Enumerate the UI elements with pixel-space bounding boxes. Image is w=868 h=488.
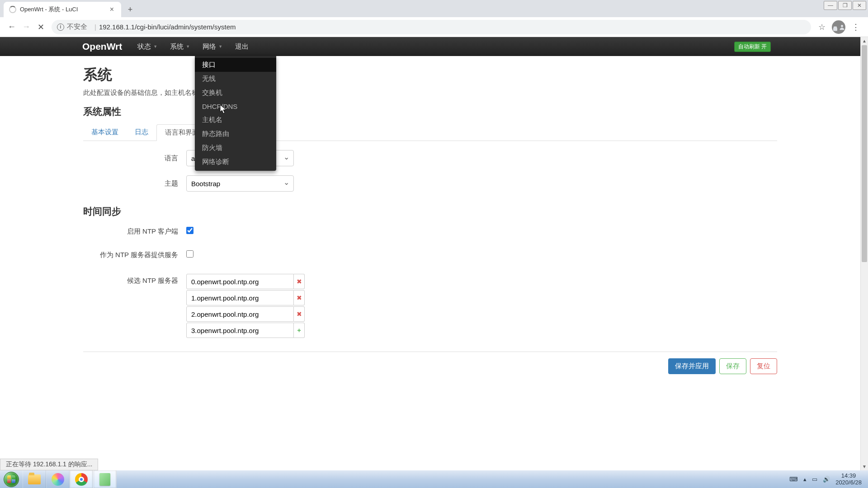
save-apply-button[interactable]: 保存并应用 xyxy=(668,358,716,374)
person-icon xyxy=(839,23,845,31)
taskbar-chrome[interactable] xyxy=(70,470,93,488)
forward-button[interactable]: → xyxy=(19,20,33,34)
label-ntp-server: 作为 NTP 服务器提供服务 xyxy=(83,251,186,259)
page-title: 系统 xyxy=(83,65,777,85)
row-ntp-client: 启用 NTP 客户端 xyxy=(83,227,777,236)
caret-down-icon: ▼ xyxy=(153,44,157,49)
page-viewport: OpenWrt 状态▼ 系统▼ 网络▼ 退出 自动刷新 开 接口 无线 交换机 … xyxy=(0,37,860,470)
volume-icon[interactable]: 🔊 xyxy=(823,476,830,483)
notepad-icon xyxy=(99,473,110,486)
windows-taskbar: ⌨ ▴ ▭ 🔊 14:39 2020/6/28 xyxy=(0,470,868,488)
row-ntp-server: 作为 NTP 服务器提供服务 xyxy=(83,250,777,259)
ntp-server-row: ✖ xyxy=(186,306,305,322)
folder-icon xyxy=(28,474,41,484)
checkbox-ntp-client[interactable] xyxy=(186,227,193,234)
ntp-server-input[interactable] xyxy=(186,290,294,305)
nav-system[interactable]: 系统▼ xyxy=(164,37,196,56)
window-minimize-button[interactable]: — xyxy=(824,1,837,10)
form-actions: 保存并应用 保存 复位 xyxy=(83,352,777,380)
browser-tab[interactable]: OpenWrt - 系统 - LuCI × xyxy=(4,2,121,17)
dropdown-item-hostnames[interactable]: 主机名 xyxy=(195,113,276,127)
dropdown-item-staticroutes[interactable]: 静态路由 xyxy=(195,127,276,141)
remove-ntp-button[interactable]: ✖ xyxy=(294,290,305,305)
nav-logout[interactable]: 退出 xyxy=(229,37,255,56)
label-language: 语言 xyxy=(83,154,186,163)
color-wheel-icon xyxy=(52,473,64,486)
browser-menu-button[interactable]: ⋮ xyxy=(848,22,863,32)
action-center-icon[interactable]: ▭ xyxy=(812,476,817,483)
ime-icon[interactable]: ⌨ xyxy=(789,476,798,483)
dropdown-item-diagnostics[interactable]: 网络诊断 xyxy=(195,155,276,169)
time-text: 14:39 xyxy=(835,473,862,479)
ntp-server-row: ✖ xyxy=(186,274,305,289)
section-timesync: 时间同步 xyxy=(83,205,777,218)
taskbar-app[interactable] xyxy=(46,470,70,488)
taskbar-notepad[interactable] xyxy=(93,470,117,488)
ntp-server-input[interactable] xyxy=(186,323,294,338)
nav-network[interactable]: 网络▼ xyxy=(196,37,229,56)
main-content: 系统 此处配置设备的基础信息，如主机名称 系统属性 基本设置 日志 语言和界面 … xyxy=(0,56,860,380)
ntp-server-input[interactable] xyxy=(186,274,294,289)
checkbox-ntp-server[interactable] xyxy=(186,250,193,258)
dropdown-item-interfaces[interactable]: 接口 xyxy=(195,58,276,72)
add-ntp-button[interactable]: + xyxy=(294,323,305,338)
tab-general[interactable]: 基本设置 xyxy=(83,124,127,141)
bookmark-star-icon[interactable]: ☆ xyxy=(818,22,826,32)
scroll-down-button[interactable]: ▼ xyxy=(861,463,868,470)
stop-reload-button[interactable]: ✕ xyxy=(33,20,48,34)
clock[interactable]: 14:39 2020/6/28 xyxy=(835,473,862,486)
reset-button[interactable]: 复位 xyxy=(750,358,777,374)
window-maximize-button[interactable]: ❐ xyxy=(838,1,852,10)
info-icon: i xyxy=(57,23,64,31)
nav-status[interactable]: 状态▼ xyxy=(131,37,164,56)
remove-ntp-button[interactable]: ✖ xyxy=(294,306,305,322)
back-button[interactable]: ← xyxy=(5,20,19,34)
luci-navbar: OpenWrt 状态▼ 系统▼ 网络▼ 退出 自动刷新 开 接口 无线 交换机 … xyxy=(0,37,860,56)
ntp-server-row: ✖ xyxy=(186,290,305,305)
windows-logo-icon xyxy=(4,472,19,487)
dropdown-item-dhcpdns[interactable]: DHCP/DNS xyxy=(195,100,276,113)
dropdown-item-firewall[interactable]: 防火墙 xyxy=(195,141,276,155)
insecure-label: 不安全 xyxy=(67,23,87,31)
caret-down-icon: ▼ xyxy=(218,44,222,49)
address-bar[interactable]: i 不安全 | 192.168.1.1/cgi-bin/luci/admin/s… xyxy=(52,20,811,34)
row-theme: 主题 Bootstrap xyxy=(83,175,777,192)
brand-logo[interactable]: OpenWrt xyxy=(82,41,122,52)
start-button[interactable] xyxy=(0,470,23,488)
site-info-button[interactable]: i 不安全 xyxy=(57,23,87,31)
row-ntp-candidates: 候选 NTP 服务器 ✖ ✖ ✖ + xyxy=(83,274,777,339)
browser-tab-bar: OpenWrt - 系统 - LuCI × + xyxy=(0,0,868,17)
page-description: 此处配置设备的基础信息，如主机名称 xyxy=(83,89,777,97)
section-system-props: 系统属性 xyxy=(83,105,777,118)
url-text: 192.168.1.1/cgi-bin/luci/admin/system/sy… xyxy=(99,23,236,31)
auto-refresh-toggle[interactable]: 自动刷新 开 xyxy=(734,42,771,52)
dropdown-item-switch[interactable]: 交换机 xyxy=(195,86,276,100)
tray-expand-icon[interactable]: ▴ xyxy=(803,476,807,483)
system-tray: ⌨ ▴ ▭ 🔊 14:39 2020/6/28 xyxy=(789,473,868,486)
window-close-button[interactable]: ✕ xyxy=(853,1,866,10)
browser-status-bar: 正在等待 192.168.1.1 的响应... xyxy=(0,459,98,470)
row-language: 语言 auto xyxy=(83,150,777,166)
save-button[interactable]: 保存 xyxy=(719,358,746,374)
remove-ntp-button[interactable]: ✖ xyxy=(294,274,305,289)
network-dropdown-menu: 接口 无线 交换机 DHCP/DNS 主机名 静态路由 防火墙 网络诊断 xyxy=(195,56,276,171)
new-tab-button[interactable]: + xyxy=(124,3,137,16)
tabs: 基本设置 日志 语言和界面 xyxy=(83,124,777,141)
svg-point-0 xyxy=(841,25,843,27)
tab-close-button[interactable]: × xyxy=(108,5,116,14)
profile-avatar-button[interactable] xyxy=(832,20,845,34)
scroll-up-button[interactable]: ▲ xyxy=(861,37,868,45)
label-theme: 主题 xyxy=(83,179,186,188)
date-text: 2020/6/28 xyxy=(835,479,862,486)
ntp-server-input[interactable] xyxy=(186,306,294,322)
taskbar-explorer[interactable] xyxy=(23,470,46,488)
label-ntp-candidates: 候选 NTP 服务器 xyxy=(83,274,186,285)
caret-down-icon: ▼ xyxy=(186,44,190,49)
tab-logging[interactable]: 日志 xyxy=(127,124,156,141)
dropdown-item-wireless[interactable]: 无线 xyxy=(195,72,276,86)
scroll-thumb[interactable] xyxy=(862,45,867,262)
loading-spinner-icon xyxy=(9,6,16,13)
window-controls: — ❐ ✕ xyxy=(824,1,866,10)
select-theme[interactable]: Bootstrap xyxy=(186,175,294,192)
vertical-scrollbar[interactable]: ▲ ▼ xyxy=(860,37,868,470)
